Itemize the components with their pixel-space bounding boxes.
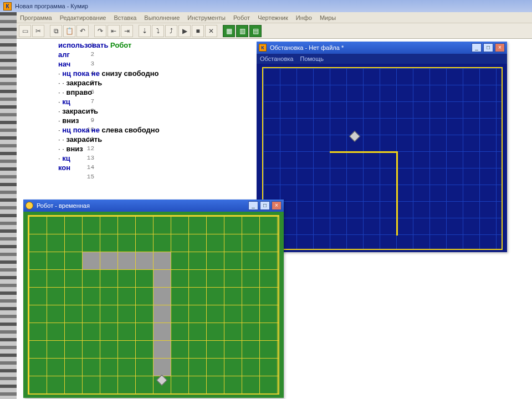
code-line[interactable]: · · вправо — [58, 88, 92, 97]
filled-cell — [154, 305, 171, 323]
step-out-button[interactable]: ⤴ — [165, 25, 177, 37]
menu-Инструменты[interactable]: Инструменты — [187, 14, 226, 21]
code-line[interactable]: · нц пока не слева свободно — [58, 125, 160, 135]
grid-c-button[interactable]: ▤ — [249, 25, 262, 37]
line-number: 15 — [58, 172, 94, 182]
menu-Программа[interactable]: Программа — [20, 14, 52, 21]
env-title-text: Обстановка - Нет файла * — [270, 44, 344, 51]
code-line[interactable]: · · вниз — [58, 144, 83, 154]
code-line[interactable]: · кц — [58, 97, 70, 106]
menu-Редактирование[interactable]: Редактирование — [60, 14, 106, 21]
undo-button[interactable]: ↶ — [76, 25, 89, 37]
close-button[interactable]: × — [272, 201, 282, 210]
new-doc-button[interactable]: ▭ — [19, 25, 31, 37]
filled-cell — [154, 323, 171, 340]
indent-left-button[interactable]: ⇤ — [108, 25, 120, 37]
menu-Вставка[interactable]: Вставка — [114, 14, 136, 21]
wall — [330, 151, 397, 153]
filled-cell — [83, 252, 100, 269]
filled-cell — [154, 252, 171, 269]
window-title: Новая программа - Кумир — [15, 3, 88, 9]
robot-titlebar[interactable]: Робот - временная _ □ × — [23, 200, 284, 212]
copy-button[interactable]: ⧉ — [50, 25, 62, 37]
run-button[interactable]: ▶ — [178, 25, 191, 37]
filled-cell — [118, 252, 135, 269]
filled-cell — [154, 341, 171, 358]
maximize-button[interactable]: □ — [483, 43, 493, 52]
main-titlebar: К Новая программа - Кумир — [0, 0, 532, 12]
wall — [396, 151, 398, 236]
code-line[interactable]: · · закрасить — [58, 78, 102, 88]
filled-cell — [154, 288, 171, 305]
env-menu-Помощь[interactable]: Помощь — [300, 55, 324, 62]
cut-button[interactable]: ✂ — [32, 25, 44, 37]
menu-Инфо[interactable]: Инфо — [296, 14, 312, 21]
minimize-button[interactable]: _ — [472, 43, 482, 52]
minimize-button[interactable]: _ — [248, 201, 258, 210]
step-over-button[interactable]: ⤵ — [152, 25, 164, 37]
robot-marker — [156, 375, 167, 386]
filled-cell — [136, 252, 153, 269]
robot-marker — [349, 131, 360, 142]
env-titlebar[interactable]: К Обстановка - Нет файла * _ □ × — [257, 42, 507, 54]
robot-app-icon — [25, 202, 33, 209]
grid-b-button[interactable]: ▥ — [236, 25, 248, 37]
app-icon: К — [3, 2, 12, 11]
close-button[interactable]: ✕ — [205, 25, 217, 37]
grid-a-button[interactable]: ▦ — [223, 25, 235, 37]
code-line[interactable]: · · закрасить — [58, 135, 102, 144]
close-button[interactable]: × — [495, 43, 505, 52]
filled-cell — [100, 252, 117, 269]
robot-window: Робот - временная _ □ × — [23, 200, 284, 398]
filled-cell — [154, 270, 171, 287]
env-menu-Обстановка[interactable]: Обстановка — [260, 55, 293, 62]
paste-button[interactable]: 📋 — [63, 25, 75, 37]
env-canvas[interactable] — [257, 64, 507, 252]
maximize-button[interactable]: □ — [260, 201, 270, 210]
stop-button[interactable]: ■ — [192, 25, 204, 37]
env-app-icon: К — [259, 44, 267, 52]
code-line[interactable]: · кц — [58, 154, 70, 163]
code-line[interactable]: использовать Робот — [58, 40, 131, 50]
menu-Выполнение[interactable]: Выполнение — [144, 14, 180, 21]
menu-Чертежник[interactable]: Чертежник — [258, 14, 288, 21]
code-line[interactable]: нач — [58, 59, 70, 69]
menu-Робот[interactable]: Робот — [233, 14, 250, 21]
redo-button[interactable]: ↷ — [94, 25, 106, 37]
robot-canvas[interactable] — [23, 212, 284, 398]
menu-bar: ПрограммаРедактированиеВставкаВыполнение… — [17, 12, 532, 23]
environment-window: К Обстановка - Нет файла * _ □ × Обстано… — [257, 42, 507, 252]
filled-cell — [154, 359, 171, 376]
menu-Миры[interactable]: Миры — [320, 14, 336, 21]
code-line[interactable]: кон — [58, 163, 70, 172]
code-line[interactable]: · вниз — [58, 116, 79, 125]
robot-title-text: Робот - временная — [37, 202, 90, 209]
toolbar: ▭✂⧉📋↶↷⇤⇥⇣⤵⤴▶■✕▦▥▤ — [17, 23, 532, 39]
code-line[interactable]: алг — [58, 50, 70, 59]
indent-right-button[interactable]: ⇥ — [121, 25, 133, 37]
step-into-button[interactable]: ⇣ — [139, 25, 151, 37]
spiral-binding — [0, 0, 17, 399]
code-line[interactable]: · закрасить — [58, 106, 98, 116]
code-line[interactable]: · нц пока не снизу свободно — [58, 69, 158, 78]
env-menubar: ОбстановкаПомощь — [257, 54, 507, 64]
